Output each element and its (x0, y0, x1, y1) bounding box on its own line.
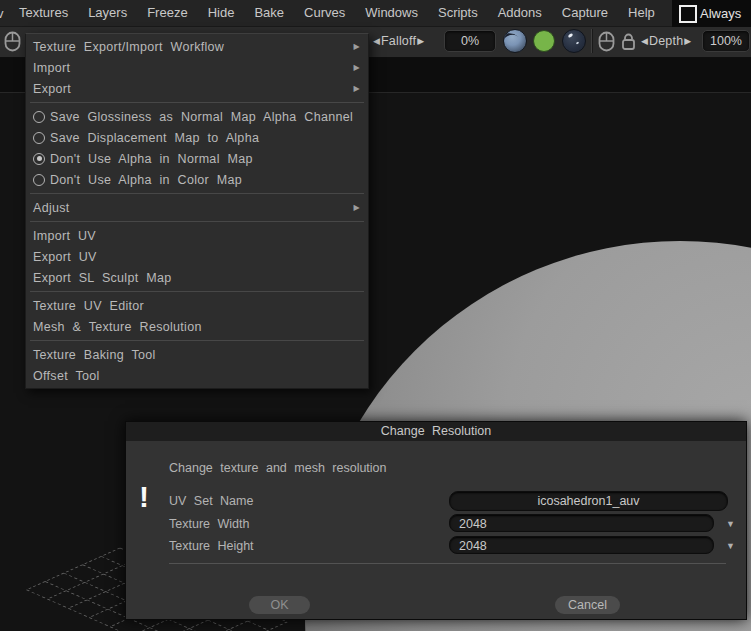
menu-item-label: Export SL Sculpt Map (33, 271, 360, 285)
always-panel: Always (672, 0, 751, 27)
depth-stepper: ◀ Depth ▶ (640, 26, 692, 56)
application-window: v TexturesLayersFreezeHideBakeCurvesWind… (0, 0, 751, 631)
menu-item-label: Don't Use Alpha in Normal Map (50, 152, 360, 166)
menu-item-label: Mesh & Texture Resolution (33, 320, 360, 334)
always-checkbox-label: Always (700, 6, 741, 21)
menubar-item-layers[interactable]: Layers (78, 0, 137, 26)
dialog-description: Change texture and mesh resolution (169, 461, 387, 475)
menubar-item-help[interactable]: Help (618, 0, 665, 26)
menubar-item-windows[interactable]: Windows (355, 0, 428, 26)
menu-item-export-uv[interactable]: Export UV (26, 246, 368, 267)
menu-item-label: Save Glossiness as Normal Map Alpha Chan… (50, 110, 360, 124)
dropdown-arrow-icon[interactable]: ▼ (726, 541, 735, 551)
menu-item-import-uv[interactable]: Import UV (26, 225, 368, 246)
menu-item-mesh-texture-resolution[interactable]: Mesh & Texture Resolution (26, 316, 368, 337)
menu-item-adjust[interactable]: Adjust▶ (26, 197, 368, 218)
falloff-stepper: ◀ Falloff ▶ (372, 26, 425, 56)
menubar-item-scripts[interactable]: Scripts (428, 0, 488, 26)
lock-icon[interactable] (621, 32, 636, 51)
falloff-increase-icon[interactable]: ▶ (416, 36, 425, 46)
submenu-arrow-icon: ▶ (354, 42, 360, 51)
always-checkbox[interactable] (679, 5, 697, 23)
radio-icon (33, 132, 45, 144)
ok-button[interactable]: OK (249, 596, 310, 614)
depth-decrease-icon[interactable]: ◀ (640, 36, 649, 46)
submenu-arrow-icon: ▶ (354, 84, 360, 93)
menubar-item-addons[interactable]: Addons (488, 0, 552, 26)
change-resolution-dialog: Change Resolution Change texture and mes… (125, 421, 747, 620)
textures-dropdown-menu: Texture Export/Import Workflow▶Import▶Ex… (25, 33, 369, 389)
falloff-value-input[interactable]: 0% (444, 30, 496, 52)
menu-item-label: Export UV (33, 250, 360, 264)
menu-item-export-sl-sculpt-map[interactable]: Export SL Sculpt Map (26, 267, 368, 288)
falloff-sphere-icon[interactable] (503, 29, 527, 53)
menu-item-label: Save Displacement Map to Alpha (50, 131, 360, 145)
menubar-item-partial[interactable]: v (0, 6, 9, 21)
green-sphere-icon[interactable] (533, 30, 555, 52)
uv-set-name-input[interactable]: icosahedron1_auv (449, 491, 728, 511)
menu-item-label: Import (33, 61, 346, 75)
menubar-item-bake[interactable]: Bake (244, 0, 294, 26)
menu-separator (30, 193, 364, 194)
menu-item-label: Export (33, 82, 346, 96)
menu-item-label: Adjust (33, 201, 346, 215)
field-label: Texture Width (169, 513, 249, 535)
radio-icon (33, 174, 45, 186)
depth-value-input[interactable]: 100% (702, 30, 750, 52)
menu-item-label: Offset Tool (33, 369, 360, 383)
radio-selected-icon (33, 153, 45, 165)
menu-item-label: Import UV (33, 229, 360, 243)
texture-height-dropdown[interactable]: 2048 (449, 536, 714, 554)
menu-separator (30, 102, 364, 103)
menu-item-don-t-use-alpha-in-normal-map[interactable]: Don't Use Alpha in Normal Map (26, 148, 368, 169)
menu-item-label: Texture Baking Tool (33, 348, 360, 362)
submenu-arrow-icon: ▶ (354, 203, 360, 212)
menubar-item-capture[interactable]: Capture (552, 0, 618, 26)
menu-item-label: Texture Export/Import Workflow (33, 40, 346, 54)
menu-separator (30, 291, 364, 292)
menu-item-label: Texture UV Editor (33, 299, 360, 313)
menubar-item-freeze[interactable]: Freeze (137, 0, 197, 26)
menu-item-offset-tool[interactable]: Offset Tool (26, 365, 368, 386)
menu-item-export[interactable]: Export▶ (26, 78, 368, 99)
menu-separator (30, 221, 364, 222)
submenu-arrow-icon: ▶ (354, 63, 360, 72)
menubar-item-textures[interactable]: Textures (9, 0, 78, 26)
menu-item-save-glossiness-as-normal-map-alpha-channel[interactable]: Save Glossiness as Normal Map Alpha Chan… (26, 106, 368, 127)
menubar-item-curves[interactable]: Curves (294, 0, 355, 26)
falloff-decrease-icon[interactable]: ◀ (372, 36, 381, 46)
field-row-texture-width: Texture Width2048▼ (126, 513, 746, 536)
menu-bar: v TexturesLayersFreezeHideBakeCurvesWind… (0, 0, 751, 27)
dialog-separator (169, 563, 726, 564)
field-row-uv-set-name: UV Set Nameicosahedron1_auv (126, 490, 746, 513)
menu-item-texture-baking-tool[interactable]: Texture Baking Tool (26, 344, 368, 365)
cancel-button[interactable]: Cancel (555, 596, 620, 614)
menu-item-texture-export-import-workflow[interactable]: Texture Export/Import Workflow▶ (26, 36, 368, 57)
dialog-titlebar[interactable]: Change Resolution (126, 422, 746, 441)
menu-item-label: Don't Use Alpha in Color Map (50, 173, 360, 187)
field-label: UV Set Name (169, 490, 253, 512)
menu-item-save-displacement-map-to-alpha[interactable]: Save Displacement Map to Alpha (26, 127, 368, 148)
dialog-title: Change Resolution (126, 422, 746, 441)
toolbar-separator (591, 29, 593, 53)
falloff-label: Falloff (381, 34, 416, 48)
mouse-icon (598, 31, 615, 52)
menu-item-texture-uv-editor[interactable]: Texture UV Editor (26, 295, 368, 316)
dropdown-arrow-icon[interactable]: ▼ (726, 519, 735, 529)
mouse-icon (4, 31, 21, 52)
depth-increase-icon[interactable]: ▶ (683, 36, 692, 46)
menu-item-import[interactable]: Import▶ (26, 57, 368, 78)
menubar-item-hide[interactable]: Hide (198, 0, 245, 26)
menu-separator (30, 340, 364, 341)
menu-item-don-t-use-alpha-in-color-map[interactable]: Don't Use Alpha in Color Map (26, 169, 368, 190)
radio-icon (33, 111, 45, 123)
field-label: Texture Height (169, 535, 254, 557)
depth-label: Depth (649, 34, 683, 48)
texture-width-dropdown[interactable]: 2048 (449, 514, 714, 532)
dark-sphere-icon[interactable] (562, 29, 586, 53)
field-row-texture-height: Texture Height2048▼ (126, 535, 746, 558)
